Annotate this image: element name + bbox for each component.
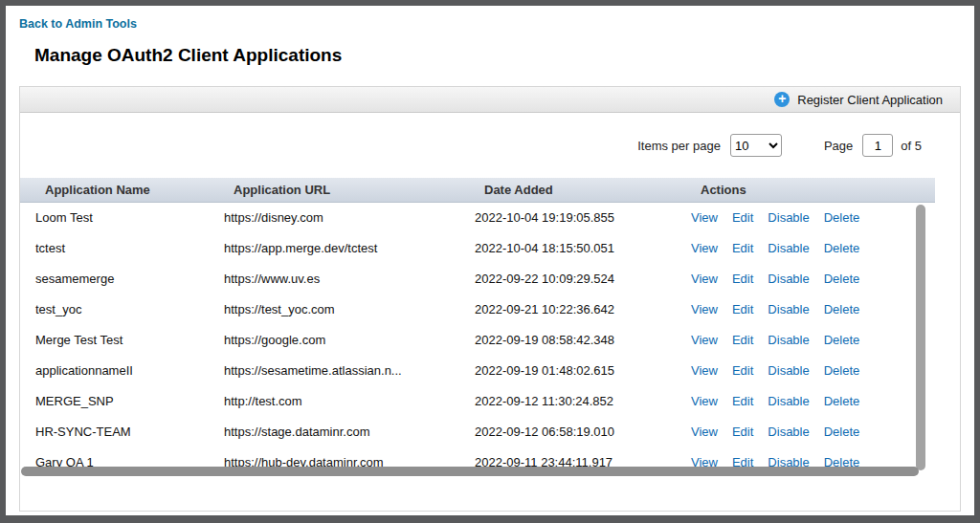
- application-url-cell: https://sesametime.atlassian.n...: [209, 356, 459, 386]
- page-title: Manage OAuth2 Client Applications: [34, 45, 974, 66]
- date-added-cell: 2022-10-04 19:19:05.855: [459, 203, 676, 233]
- application-name-cell: tctest: [20, 233, 209, 264]
- delete-link[interactable]: Delete: [824, 272, 860, 286]
- edit-link[interactable]: Edit: [732, 425, 753, 439]
- page-number-input[interactable]: [862, 134, 893, 157]
- column-application-url: Application URL: [209, 178, 459, 203]
- table-row: Loom Testhttps://disney.com2022-10-04 19…: [20, 203, 935, 233]
- date-added-cell: 2022-09-12 06:58:19.010: [459, 417, 676, 447]
- disable-link[interactable]: Disable: [768, 333, 809, 347]
- application-name-cell: test_yoc: [20, 294, 209, 325]
- column-date-added: Date Added: [459, 178, 676, 203]
- disable-link[interactable]: Disable: [768, 302, 809, 316]
- view-link[interactable]: View: [691, 394, 718, 408]
- date-added-cell: 2022-10-04 18:15:50.051: [459, 233, 676, 264]
- edit-link[interactable]: Edit: [732, 333, 753, 347]
- delete-link[interactable]: Delete: [824, 425, 860, 439]
- view-link[interactable]: View: [691, 425, 718, 439]
- delete-link[interactable]: Delete: [824, 363, 860, 378]
- back-to-admin-tools-link[interactable]: Back to Admin Tools: [19, 17, 137, 31]
- actions-cell: ViewEditDisableDelete: [676, 417, 935, 447]
- pagination-controls: Items per page 10 Page of 5: [20, 113, 960, 178]
- register-client-application-button[interactable]: + Register Client Application: [774, 92, 943, 107]
- disable-link[interactable]: Disable: [768, 272, 809, 286]
- disable-link[interactable]: Disable: [768, 425, 809, 439]
- table-body: Loom Testhttps://disney.com2022-10-04 19…: [20, 203, 935, 478]
- delete-link[interactable]: Delete: [824, 302, 860, 316]
- edit-link[interactable]: Edit: [732, 363, 753, 378]
- actions-cell: ViewEditDisableDelete: [676, 264, 935, 294]
- date-added-cell: 2022-09-12 11:30:24.852: [459, 386, 676, 417]
- disable-link[interactable]: Disable: [768, 210, 809, 225]
- actions-cell: ViewEditDisableDelete: [676, 325, 935, 356]
- panel-header: + Register Client Application: [20, 87, 960, 113]
- actions-cell: ViewEditDisableDelete: [676, 386, 935, 417]
- plus-icon: +: [774, 92, 790, 107]
- items-per-page-label: Items per page: [637, 139, 721, 153]
- applications-table: Application Name Application URL Date Ad…: [20, 178, 935, 478]
- application-name-cell: applicationnameII: [20, 356, 209, 386]
- table-row: applicationnameIIhttps://sesametime.atla…: [20, 356, 935, 386]
- items-per-page-select[interactable]: 10: [730, 134, 782, 157]
- table-row: HR-SYNC-TEAMhttps://stage.dataminr.com20…: [20, 417, 935, 447]
- application-url-cell: https://disney.com: [209, 203, 459, 233]
- delete-link[interactable]: Delete: [824, 210, 860, 225]
- horizontal-scrollbar[interactable]: [21, 467, 919, 476]
- application-url-cell: http://test.com: [209, 386, 459, 417]
- view-link[interactable]: View: [691, 363, 718, 378]
- delete-link[interactable]: Delete: [824, 241, 860, 255]
- disable-link[interactable]: Disable: [768, 241, 809, 255]
- date-added-cell: 2022-09-19 08:58:42.348: [459, 325, 676, 356]
- application-name-cell: HR-SYNC-TEAM: [20, 417, 209, 447]
- table-row: MERGE_SNPhttp://test.com2022-09-12 11:30…: [20, 386, 935, 417]
- view-link[interactable]: View: [691, 302, 718, 316]
- application-name-cell: Merge Test Test: [20, 325, 209, 356]
- client-applications-panel: + Register Client Application Items per …: [19, 86, 961, 512]
- actions-cell: ViewEditDisableDelete: [676, 294, 935, 325]
- date-added-cell: 2022-09-22 10:09:29.524: [459, 264, 676, 294]
- edit-link[interactable]: Edit: [732, 210, 753, 225]
- table-header: Application Name Application URL Date Ad…: [20, 178, 935, 203]
- page-count-label: of 5: [901, 139, 922, 153]
- register-button-label: Register Client Application: [797, 93, 943, 107]
- view-link[interactable]: View: [691, 333, 718, 347]
- edit-link[interactable]: Edit: [732, 394, 753, 408]
- date-added-cell: 2022-09-21 10:22:36.642: [459, 294, 676, 325]
- actions-cell: ViewEditDisableDelete: [676, 233, 935, 264]
- application-url-cell: https://google.com: [209, 325, 459, 356]
- application-url-cell: https://app.merge.dev/tctest: [209, 233, 459, 264]
- edit-link[interactable]: Edit: [732, 241, 753, 255]
- column-actions: Actions: [676, 178, 935, 203]
- page-label: Page: [824, 139, 853, 153]
- vertical-scrollbar[interactable]: [916, 205, 925, 470]
- app-window: Back to Admin Tools Manage OAuth2 Client…: [0, 0, 980, 523]
- edit-link[interactable]: Edit: [732, 302, 753, 316]
- delete-link[interactable]: Delete: [824, 394, 860, 408]
- table-row: Merge Test Testhttps://google.com2022-09…: [20, 325, 935, 356]
- view-link[interactable]: View: [691, 241, 718, 255]
- table-row: sesamemergehttps://www.uv.es2022-09-22 1…: [20, 264, 935, 294]
- application-name-cell: MERGE_SNP: [20, 386, 209, 417]
- applications-table-wrap: Application Name Application URL Date Ad…: [20, 178, 935, 478]
- view-link[interactable]: View: [691, 210, 718, 225]
- view-link[interactable]: View: [691, 272, 718, 286]
- actions-cell: ViewEditDisableDelete: [676, 203, 935, 233]
- application-url-cell: https://www.uv.es: [209, 264, 459, 294]
- edit-link[interactable]: Edit: [732, 272, 753, 286]
- delete-link[interactable]: Delete: [824, 333, 860, 347]
- table-row: test_yochttps://test_yoc.com2022-09-21 1…: [20, 294, 935, 325]
- disable-link[interactable]: Disable: [768, 394, 809, 408]
- application-name-cell: sesamemerge: [20, 264, 209, 294]
- application-url-cell: https://test_yoc.com: [209, 294, 459, 325]
- date-added-cell: 2022-09-19 01:48:02.615: [459, 356, 676, 386]
- table-row: tctesthttps://app.merge.dev/tctest2022-1…: [20, 233, 935, 264]
- application-url-cell: https://stage.dataminr.com: [209, 417, 459, 447]
- column-application-name: Application Name: [20, 178, 209, 203]
- application-name-cell: Loom Test: [20, 203, 209, 233]
- actions-cell: ViewEditDisableDelete: [676, 356, 935, 386]
- disable-link[interactable]: Disable: [768, 363, 809, 378]
